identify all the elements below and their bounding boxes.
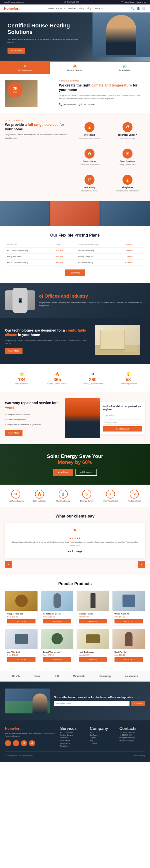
user-icon[interactable]: 👤 [136, 7, 140, 10]
nav-link-about[interactable]: About Us [56, 7, 66, 10]
testimonial-card: ❝ ★★★★★ Suspendisse ultrices hendrerit a… [5, 523, 145, 558]
nav-icons: 🔍 👤 🛒 [131, 7, 146, 10]
carousel-next-button[interactable]: › [138, 561, 145, 568]
product-price-5: from $45.00 [7, 654, 35, 656]
footer-link-ventilation[interactable]: Ventilation [60, 736, 86, 739]
products-section: Popular Products Copper Pipe Coil from $… [0, 575, 150, 671]
solar-outline-button[interactable]: All Services [75, 469, 97, 476]
product-card-8: Duct Fan 6in from $39.00 Add to Cart [112, 629, 145, 664]
remote-image: 📱 [5, 290, 35, 310]
hero-cta-button[interactable]: View More [7, 48, 25, 54]
warranty-name-input[interactable] [103, 413, 142, 418]
add-to-cart-2[interactable]: Add to Cart [43, 619, 71, 623]
warranty-submit-button[interactable]: Send Request [103, 426, 142, 432]
youtube-icon[interactable]: yt [29, 740, 35, 746]
add-to-cart-1[interactable]: Add to Cart [7, 619, 35, 623]
tab-air-conditioning[interactable]: ❄ Air Conditioning [0, 62, 50, 74]
stat-heating-icon: 🔥 [43, 372, 72, 376]
pricing-col-4: 360.00$ [123, 242, 145, 248]
service-solar-desc: Energy systems install [113, 163, 142, 166]
add-to-cart-5[interactable]: Add to Cart [7, 657, 35, 661]
service-icon-ventilation-label: Ventilation Install [123, 500, 145, 502]
testimonials-section: What our clients say ❝ ★★★★★ Suspendisse… [0, 507, 150, 575]
topbar-phone: +1 234 567 890 [64, 1, 79, 3]
product-img-5 [5, 629, 38, 649]
instagram-icon[interactable]: in [21, 740, 27, 746]
smarthome-icon: 🏠 [84, 149, 95, 159]
cta-submit-button[interactable]: Subscribe [131, 701, 145, 706]
warranty-cta-button[interactable]: View More [5, 430, 23, 436]
footer-link-projects[interactable]: Projects [90, 736, 115, 739]
product-img-3 [77, 591, 109, 611]
nav-link-services[interactable]: Services [68, 7, 77, 10]
add-to-cart-7[interactable]: Add to Cart [79, 657, 107, 661]
product-name-3: Infrared Heater [79, 613, 107, 615]
facebook-icon[interactable]: f [5, 740, 11, 746]
product-info-7: Heat Exchanger from $230.00 Add to Cart [77, 649, 109, 663]
footer-email[interactable]: info@homefort.com [120, 736, 145, 739]
support-icon: 🛠 [123, 122, 132, 132]
top-bar: info@homefort.com +1 234 567 890 123 Mai… [0, 0, 150, 4]
pricing-service-3b: Ventilation setting [75, 259, 123, 266]
service-fireplace-desc: Installation and maintenance [113, 190, 142, 192]
tech-cta-button[interactable]: View More [5, 348, 23, 354]
add-to-cart-4[interactable]: Add to Cart [115, 619, 143, 623]
carousel-prev-button[interactable]: ‹ [5, 561, 12, 568]
nav-link-shop[interactable]: Shop [79, 7, 84, 10]
footer-privacy[interactable]: Privacy Policy [134, 754, 145, 756]
footer-link-blog[interactable]: Blog [90, 739, 115, 742]
cta-person-image [32, 693, 48, 713]
cta-email-input[interactable] [54, 701, 129, 706]
warranty-phone-input[interactable] [103, 420, 142, 425]
service-icon-solar-install: ☀ Solar Panel Install [100, 490, 122, 502]
product-name-1: Copper Pipe Coil [7, 613, 35, 615]
cart-icon[interactable]: 🛒 [142, 7, 146, 10]
add-to-cart-6[interactable]: Add to Cart [43, 657, 71, 661]
service-support-desc: 24/7 support service [113, 137, 142, 140]
footer-link-ac[interactable]: Air Conditioning [60, 731, 86, 734]
add-to-cart-3[interactable]: Add to Cart [79, 619, 107, 623]
footer-link-contacts[interactable]: Contacts [90, 742, 115, 745]
footer-link-heating[interactable]: Heating Systems [60, 734, 86, 736]
product-price-6: from $78.00 [43, 654, 71, 656]
footer-link-solar[interactable]: Solar Panels [60, 739, 86, 742]
product-info-5: Air Filter Unit from $45.00 Add to Cart [5, 649, 38, 663]
pricing-col-2: Free [54, 242, 75, 248]
footer-logo: Homefort [5, 726, 56, 731]
footer-services-links: Air Conditioning Heating Systems Ventila… [60, 731, 86, 747]
cta-content: Subscribe to our newsletter for the late… [54, 696, 145, 706]
footer-link-about[interactable]: About Us [90, 731, 115, 734]
pricing-cta-button[interactable]: View More [65, 270, 85, 276]
footer-about-col: Homefort Suspendisse ultrices hendrerit … [5, 726, 56, 747]
product-img-7 [77, 629, 109, 649]
stat-cooling-icon: ❄ [78, 372, 107, 376]
nav-link-home[interactable]: Home [48, 7, 54, 10]
service-icon-electrical-label: Electrical Service [76, 500, 98, 502]
search-icon[interactable]: 🔍 [131, 7, 134, 10]
product-card-1: Copper Pipe Coil from $24.00 Add to Cart [5, 591, 38, 626]
nav-link-blog[interactable]: Blog [87, 7, 91, 10]
footer-link-team[interactable]: Our Team [90, 734, 115, 736]
warranty-item-2: Care and diagnostics [5, 417, 60, 422]
hero-content: Certified House Heating Solutions Suspen… [7, 23, 82, 54]
footer-link-heatpump[interactable]: Heat Pumps [60, 742, 86, 745]
tab-heating[interactable]: 🔥 Heating Systems [50, 62, 100, 74]
years-badge: 25 years [7, 82, 23, 97]
twitter-icon[interactable]: t [13, 740, 19, 746]
product-img-4 [112, 591, 145, 611]
about-chat-label: Live chatroom [82, 103, 95, 105]
about-content: About Company We create the right climat… [59, 80, 145, 107]
footer-link-fireplace[interactable]: Fireplaces [60, 745, 86, 747]
nav-link-contacts[interactable]: Contacts [94, 7, 103, 10]
solar-primary-button[interactable]: View More [53, 469, 73, 476]
nav-logo[interactable]: Homefort [4, 6, 20, 10]
tech-content: Our technologies are designed for a comf… [5, 328, 91, 354]
product-name-5: Air Filter Unit [7, 651, 35, 653]
footer-phone[interactable]: +1 234 567 890 [120, 734, 145, 736]
add-to-cart-8[interactable]: Add to Cart [115, 657, 143, 661]
about-chat[interactable]: 💬 Live chatroom [78, 103, 95, 106]
tab-ventilation[interactable]: 💨 Air Ventilation [100, 62, 150, 74]
logo-accent: fort [14, 6, 20, 10]
product-img-8 [112, 629, 145, 649]
brand-daikin: Daikin [34, 675, 41, 678]
